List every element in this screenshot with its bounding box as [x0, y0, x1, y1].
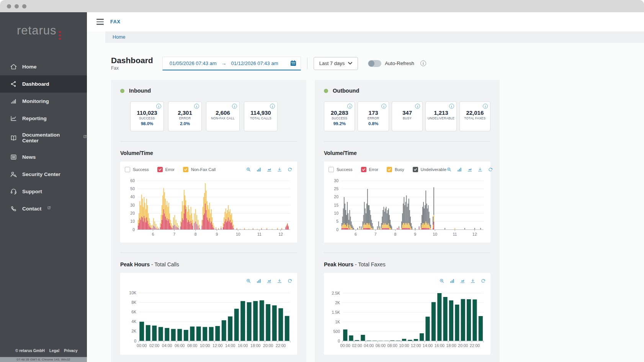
bar-chart-icon[interactable]	[256, 278, 262, 284]
footer-copyright: © retarus GmbH	[15, 349, 45, 353]
stat-label: ERROR	[358, 117, 388, 120]
refresh-icon[interactable]	[287, 167, 293, 172]
checkbox-checked-icon[interactable]	[413, 167, 418, 172]
legend-item-non-fax-call[interactable]: Non-Fax Call	[183, 167, 216, 172]
outbound-volume-title: Volume/Time	[324, 150, 490, 156]
sidebar-item-news[interactable]: News	[0, 148, 87, 166]
download-icon[interactable]	[277, 278, 282, 284]
range-preset-dropdown[interactable]: Last 7 days	[314, 57, 358, 70]
auto-refresh-info-icon[interactable]: i	[420, 60, 426, 66]
support-icon	[10, 188, 17, 195]
outbound-status-dot	[324, 89, 328, 93]
sidebar-item-documentation-center[interactable]: Documentation Center	[0, 127, 87, 148]
zoom-in-icon[interactable]	[446, 167, 452, 172]
svg-text:2.5K: 2.5K	[332, 291, 340, 295]
sidebar-footer: © retarus GmbH Legal Privacy	[15, 349, 78, 353]
divider	[307, 58, 307, 69]
area-chart-icon[interactable]	[266, 167, 272, 172]
svg-text:12:00: 12:00	[212, 343, 222, 348]
download-icon[interactable]	[277, 167, 282, 172]
outbound-peak-chart[interactable]: 05001K1.5K2K2.5K00:0002:0004:0006:0008:0…	[329, 287, 486, 352]
outbound-peak-title-bold: Peak Hours	[324, 261, 353, 267]
sidebar-item-home[interactable]: Home	[0, 58, 87, 75]
bar-chart-icon[interactable]	[449, 278, 455, 284]
inbound-card-non-fax-call: i2,606NON-FAX CALL	[206, 101, 240, 131]
info-icon[interactable]: i	[194, 104, 199, 109]
sidebar-item-label: Home	[22, 64, 37, 70]
checkbox-unchecked-icon[interactable]	[329, 167, 334, 172]
svg-text:12:00: 12:00	[411, 343, 421, 348]
refresh-icon[interactable]	[287, 278, 293, 284]
legend-label: Error	[165, 167, 175, 172]
sidebar-nav: HomeDashboardMonitoringReportingDocument…	[0, 58, 87, 217]
info-icon[interactable]: i	[449, 104, 454, 109]
sidebar-item-security-center[interactable]: Security Center	[0, 166, 87, 183]
inbound-peak-chart[interactable]: 02K4K6K8K10K00:0002:0004:0006:0008:0010:…	[125, 287, 293, 352]
footer-legal-link[interactable]: Legal	[49, 349, 59, 353]
zoom-in-icon[interactable]	[246, 278, 251, 284]
svg-text:00:00: 00:00	[340, 343, 350, 348]
info-icon[interactable]: i	[483, 104, 488, 109]
svg-text:25: 25	[334, 186, 338, 191]
svg-text:1K: 1K	[335, 320, 340, 324]
refresh-icon[interactable]	[481, 278, 486, 284]
arrow-right-icon: →	[221, 60, 227, 66]
calendar-icon[interactable]	[290, 60, 297, 67]
svg-text:10:00: 10:00	[399, 343, 409, 348]
svg-text:10: 10	[236, 232, 240, 236]
area-chart-icon[interactable]	[467, 167, 472, 172]
info-icon[interactable]: i	[270, 104, 275, 109]
sidebar-item-monitoring[interactable]: Monitoring	[0, 93, 87, 110]
sidebar-item-reporting[interactable]: Reporting	[0, 110, 87, 127]
sidebar-item-label: Contact	[22, 206, 41, 212]
refresh-icon[interactable]	[488, 167, 493, 172]
area-chart-icon[interactable]	[460, 278, 465, 284]
svg-text:5: 5	[336, 219, 338, 223]
legend-item-busy[interactable]: Busy	[387, 167, 404, 172]
info-icon[interactable]: i	[415, 104, 420, 109]
sidebar-item-dashboard[interactable]: Dashboard	[0, 75, 87, 93]
legend-item-error[interactable]: Error	[361, 167, 378, 172]
legend-item-success[interactable]: Success	[329, 167, 353, 172]
menu-toggle-button[interactable]	[96, 19, 104, 25]
date-range-picker[interactable]: 01/05/2026 07:43 am → 01/12/2026 07:43 a…	[162, 57, 301, 70]
retarus-logo: retarus	[0, 12, 87, 40]
checkbox-checked-icon[interactable]	[361, 167, 366, 172]
download-icon[interactable]	[470, 278, 476, 284]
outbound-volume-chart[interactable]: 0510152025306789101112	[329, 175, 486, 240]
checkbox-checked-icon[interactable]	[183, 167, 188, 172]
area-chart-icon[interactable]	[266, 278, 272, 284]
info-icon[interactable]: i	[232, 104, 237, 109]
svg-text:20: 20	[334, 194, 338, 199]
bar-chart-icon[interactable]	[457, 167, 462, 172]
info-icon[interactable]: i	[347, 104, 352, 109]
stat-value: 2,301	[168, 109, 201, 116]
date-from-input[interactable]: 01/05/2026 07:43 am	[170, 60, 217, 66]
window-maximize-button[interactable]	[22, 4, 26, 8]
inbound-volume-chart[interactable]: 01020304050606789101112	[125, 175, 293, 240]
info-icon[interactable]: i	[381, 104, 386, 109]
breadcrumb-home-link[interactable]: Home	[113, 34, 125, 40]
legend-item-error[interactable]: Error	[157, 167, 175, 172]
date-to-input[interactable]: 01/12/2026 07:43 am	[231, 60, 278, 66]
checkbox-unchecked-icon[interactable]	[125, 167, 130, 172]
sidebar-item-support[interactable]: Support	[0, 183, 87, 200]
legend-label: Success	[337, 167, 353, 172]
sidebar-item-contact[interactable]: Contact	[0, 200, 87, 217]
window-close-button[interactable]	[7, 4, 11, 8]
outbound-panel: Outbound i20,283SUCCESS99.2%i173ERROR0.8…	[315, 80, 500, 362]
checkbox-checked-icon[interactable]	[387, 167, 392, 172]
zoom-in-icon[interactable]	[439, 278, 445, 284]
checkbox-checked-icon[interactable]	[157, 167, 163, 172]
zoom-in-icon[interactable]	[246, 167, 251, 172]
download-icon[interactable]	[477, 167, 483, 172]
bar-chart-icon[interactable]	[256, 167, 262, 172]
info-icon[interactable]: i	[156, 104, 161, 109]
window-minimize-button[interactable]	[15, 4, 19, 8]
svg-text:08:00: 08:00	[387, 343, 397, 348]
legend-item-success[interactable]: Success	[125, 167, 149, 172]
inbound-card-error: i2,301ERROR2.0%	[168, 101, 202, 131]
auto-refresh-toggle[interactable]	[368, 60, 381, 67]
footer-privacy-link[interactable]: Privacy	[64, 349, 78, 353]
legend-item-undeliverable[interactable]: Undeliverable	[413, 167, 446, 172]
